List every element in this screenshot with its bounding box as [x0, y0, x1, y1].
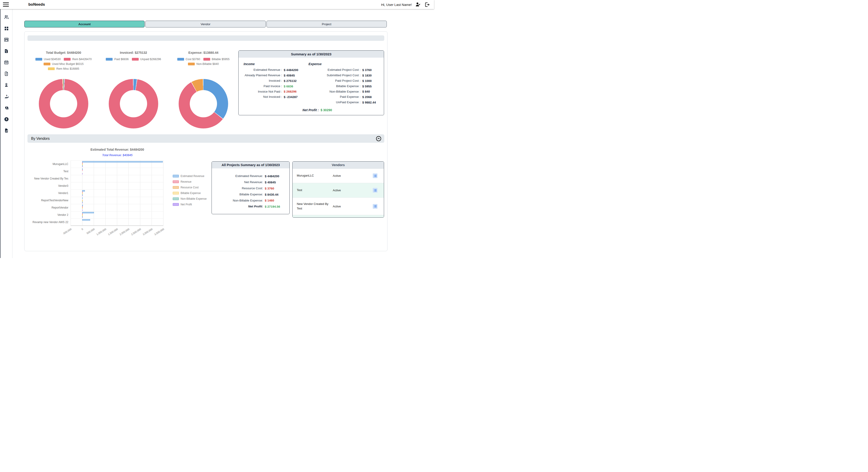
donut-expense: Expense: $13880.44 Cost $3760Billable $5… — [168, 45, 238, 128]
document-dollar-icon: $ — [4, 71, 9, 76]
legend-item: Rem Misc $16885 — [48, 67, 79, 70]
chart-title: Estimated Total Revenue: $4484200 — [31, 148, 169, 151]
bar-estimated-revenue — [82, 219, 90, 221]
vendor-details-list-icon[interactable] — [373, 188, 377, 193]
sidebar-item-cash[interactable] — [0, 102, 12, 114]
charts-row: Total Budget: $4484200 Used $34530Rem $4… — [25, 45, 387, 128]
vendor-name: Test — [292, 186, 333, 195]
vendor-name: MuruganLLC — [292, 171, 333, 180]
vendors-panel: Vendors MuruganLLCActiveTestActiveNew Ve… — [292, 161, 384, 218]
dollar-coin-icon: $ — [4, 117, 9, 122]
vendor-status: Active — [333, 205, 360, 208]
vendor-details-list-icon[interactable] — [373, 174, 377, 178]
donut-chart — [39, 79, 88, 128]
main-content: AccountVendorProject Total Budget: $4484… — [12, 9, 434, 258]
donut-total-budget: Total Budget: $4484200 Used $34530Rem $4… — [29, 45, 98, 128]
collapse-section-button[interactable] — [376, 136, 381, 141]
summary-net-profit: Net Profit : $ 30290 — [239, 107, 384, 115]
tab-account[interactable]: Account — [24, 21, 145, 28]
account-panel: Total Budget: $4484200 Used $34530Rem $4… — [24, 31, 388, 251]
expense-header: Expense — [308, 62, 381, 66]
donut-invoiced: Invoiced: $275132 Paid $6836Unpaid $2682… — [98, 45, 168, 128]
legend-item: Net Profit — [173, 203, 208, 206]
hamburger-menu-icon[interactable] — [3, 2, 9, 7]
donut-legend: Paid $6836Unpaid $268296 — [98, 58, 168, 77]
collapsed-section-bar[interactable] — [28, 35, 384, 41]
bar-net-profit — [82, 166, 83, 167]
summary-row: Already Planned Revenue :$ 40845 — [240, 73, 305, 77]
summary-row: Non-Billable Expense :$ 840 — [305, 90, 381, 94]
chart-category-label: Test — [31, 168, 71, 175]
vendor-row[interactable]: MuruganLLCActive — [292, 168, 384, 183]
tab-vendor[interactable]: Vendor — [145, 21, 266, 28]
top-bar: boNeeds Hi, User Last Name! — [0, 0, 434, 9]
by-vendors-title: By Vendors — [31, 136, 50, 141]
summary-row: Net Profit:$ 27194.56 — [212, 205, 286, 209]
tab-project[interactable]: Project — [267, 21, 387, 28]
chart-category-label: Revamp new Vendor AWS 22 — [31, 219, 71, 226]
all-projects-summary-panel: All Projects Summary as of 1/30/2023 Est… — [212, 161, 290, 214]
chart-category-label: ReportTestVendorNew — [31, 197, 71, 204]
donut-legend: Cost $3760Billable $5955Non-Billable $84… — [168, 58, 238, 77]
logout-icon[interactable] — [424, 2, 430, 7]
hand-dollar-icon: $ — [4, 94, 9, 99]
approval-stamp-icon — [4, 83, 9, 88]
vendor-details-list-icon[interactable] — [373, 204, 377, 209]
summary-panel: Summary as of 1/30/2023 Income Estimated… — [238, 51, 384, 115]
sidebar-item-calendar[interactable] — [0, 57, 12, 68]
chart-category-label: New Vendor Created By Tes — [31, 175, 71, 182]
income-header: Income — [244, 62, 305, 66]
invoice-dollar-icon: $ — [4, 49, 9, 54]
summary-row: Paid Expense :$ 2068 — [305, 95, 381, 99]
legend-item: Used Misc Budget $6315 — [43, 62, 84, 66]
all-projects-title: All Projects Summary as of 1/30/2023 — [212, 162, 289, 168]
legend-item: Revenue — [173, 180, 208, 183]
sidebar-item-invoices[interactable]: $ — [0, 45, 12, 57]
vendor-name: New Vendor Created By Test — [292, 199, 333, 213]
report-chart-icon — [4, 128, 9, 133]
summary-row: Non-Billable Expense:$ 1460 — [212, 199, 286, 202]
sidebar-item-board[interactable] — [0, 34, 12, 45]
donut-chart — [109, 79, 158, 128]
donut-title: Expense: $13880.44 — [168, 51, 238, 55]
summary-row: Estimated Revenue :$ 4484200 — [240, 68, 305, 72]
sidebar-item-users[interactable] — [0, 11, 12, 23]
legend-item: Paid $6836 — [106, 58, 128, 61]
chart-category-label: Vendor 2 — [31, 211, 71, 219]
vendors-panel-title: Vendors — [292, 162, 384, 168]
legend-item: Billable Expense — [173, 191, 208, 195]
sidebar-item-quotes[interactable]: $ — [0, 68, 12, 80]
chevron-up-circle-icon — [376, 136, 381, 141]
summary-row: Invoiced :$ 275132 — [240, 79, 305, 83]
svg-text:$: $ — [6, 73, 7, 75]
by-vendors-section: Estimated Total Revenue: $4484200 Total … — [25, 148, 387, 241]
legend-item: Non-Billable $840 — [188, 62, 219, 66]
legend-item: Non-Billable Expense — [173, 197, 208, 200]
summary-row: Billable Expense :$ 5955 — [305, 85, 381, 88]
summary-row: Not Invoiced :$ -234287 — [240, 95, 305, 99]
svg-text:$: $ — [6, 94, 7, 96]
chart-x-axis: -500,0000500,0001,000,0001,500,0002,000,… — [71, 226, 163, 241]
summary-row: Submiitted Project Cost :$ 1830 — [305, 73, 381, 77]
svg-text:$: $ — [6, 118, 7, 121]
summary-row: Resource Cost:$ 3760 — [212, 187, 286, 190]
svg-text:$: $ — [6, 51, 7, 53]
vendor-bar-chart: Estimated Total Revenue: $4484200 Total … — [31, 148, 169, 241]
bar-net-profit — [82, 174, 83, 174]
sidebar-item-billing[interactable]: $ — [0, 114, 12, 125]
user-check-icon[interactable] — [415, 2, 421, 7]
legend-item: Cost $3760 — [177, 58, 200, 61]
sidebar-item-reports[interactable] — [0, 125, 12, 136]
legend-item: Unpaid $268296 — [132, 58, 161, 61]
vendor-row[interactable]: New Vendor Created By TestActive — [292, 198, 384, 215]
vendor-row[interactable]: TestActive — [292, 183, 384, 198]
sidebar-item-approvals[interactable] — [0, 80, 12, 91]
chart-category-label: MuruganLLC — [31, 160, 71, 168]
dashboard-page: boNeeds Hi, User Last Name! $ — [0, 0, 434, 258]
sidebar-item-dashboard[interactable] — [0, 23, 12, 34]
donut-legend: Used $34530Rem $4426470Used Misc Budget … — [29, 58, 98, 77]
legend-item: Rem $4426470 — [64, 58, 91, 61]
users-icon — [4, 14, 9, 20]
vendor-status: Active — [333, 174, 360, 178]
sidebar-item-payments[interactable]: $ — [0, 91, 12, 102]
